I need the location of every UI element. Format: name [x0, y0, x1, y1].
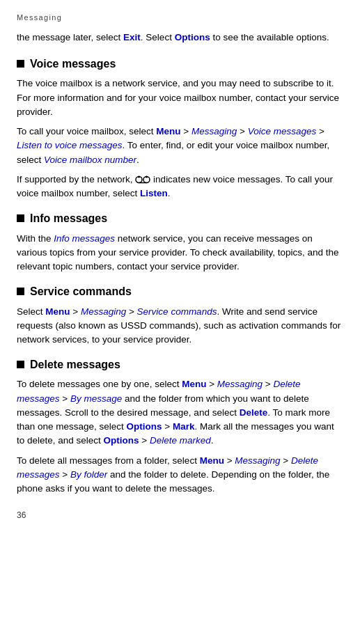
del-p1-mark: Mark	[173, 421, 195, 432]
options-link: Options	[175, 32, 210, 42]
del-p1-bymsg: By message	[70, 393, 122, 404]
del-p2-menu: Menu	[200, 455, 224, 466]
section-heading-voice: Voice messages	[17, 56, 343, 72]
del-p2-byfolder: By folder	[70, 469, 107, 480]
voice-p2-t1: To call your voice mailbox, select	[17, 126, 156, 136]
voice-p2-menu: Menu	[156, 126, 180, 136]
del-p1-t1: To delete messages one by one, select	[17, 379, 182, 389]
page-number: 36	[17, 510, 343, 521]
del-p2-messaging: Messaging	[235, 455, 280, 466]
del-p2-t1: To delete all messages from a folder, se…	[17, 455, 200, 466]
svc-p1-t2: >	[70, 306, 81, 317]
section-heading-delete: Delete messages	[17, 356, 343, 372]
del-p1-t7: >	[162, 421, 173, 432]
section-title-service: Service commands	[30, 283, 132, 299]
voicemail-icon	[135, 173, 150, 184]
svc-p1-t1: Select	[17, 306, 45, 317]
section-heading-info: Info messages	[17, 210, 343, 226]
voice-p2-t6: .	[136, 155, 139, 165]
del-p1-delmarked: Delete marked	[150, 435, 211, 446]
del-p1-t3: >	[263, 379, 273, 389]
section-title-voice: Voice messages	[30, 56, 116, 72]
del-p1-menu: Menu	[182, 379, 206, 389]
del-p2-t4: >	[60, 469, 70, 480]
intro-text-2: . Select	[141, 32, 175, 42]
section-bullet-voice	[17, 60, 24, 68]
info-p1-t1: With the	[17, 233, 54, 244]
voice-p3-t1: If supported by the network,	[17, 174, 135, 184]
del-p1-t10: .	[211, 435, 214, 446]
svc-p1-menu: Menu	[45, 306, 70, 317]
service-para-1: Select Menu > Messaging > Service comman…	[17, 305, 343, 347]
del-p1-options2: Options	[104, 435, 139, 446]
section-service-commands: Service commands Select Menu > Messaging…	[17, 283, 343, 347]
page-container: Messaging the message later, select Exit…	[0, 0, 360, 539]
section-delete-messages: Delete messages To delete messages one b…	[17, 356, 343, 496]
voice-p2-listen: Listen to voice messages	[17, 140, 123, 150]
voice-p2-voicemsg: Voice messages	[248, 126, 317, 136]
intro-text-3: to see the available options.	[210, 32, 329, 42]
section-bullet-service	[17, 288, 24, 295]
del-p1-t9: >	[139, 435, 150, 446]
section-title-delete: Delete messages	[30, 356, 120, 372]
del-p2-t3: >	[281, 455, 291, 466]
voice-p3-t3: .	[168, 188, 171, 198]
voice-p2-number: Voice mailbox number	[44, 155, 136, 165]
del-p1-t2: >	[206, 379, 217, 389]
svc-p1-svclink: Service commands	[137, 306, 217, 317]
del-p1-messaging: Messaging	[217, 379, 263, 389]
voice-p3-listen: Listen	[140, 188, 168, 198]
intro-paragraph: the message later, select Exit. Select O…	[17, 31, 343, 45]
section-bullet-info	[17, 214, 24, 222]
delete-para-1: To delete messages one by one, select Me…	[17, 377, 343, 448]
section-bullet-delete	[17, 361, 24, 368]
svc-p1-messaging: Messaging	[81, 306, 126, 317]
voice-p2-t4: >	[316, 126, 324, 136]
del-p1-delete: Delete	[240, 407, 268, 418]
exit-link: Exit	[123, 32, 141, 42]
intro-text-1: the message later, select	[17, 32, 123, 42]
voice-p2-messaging: Messaging	[191, 126, 237, 136]
section-title-info: Info messages	[30, 210, 107, 226]
voice-para-1: The voice mailbox is a network service, …	[17, 77, 343, 119]
voice-p2-t3: >	[237, 126, 247, 136]
info-p1-link: Info messages	[54, 233, 115, 244]
section-heading-service: Service commands	[17, 283, 343, 299]
del-p2-t2: >	[224, 455, 235, 466]
svc-p1-t3: >	[126, 306, 136, 317]
voice-p2-t2: >	[181, 126, 191, 136]
delete-para-2: To delete all messages from a folder, se…	[17, 454, 343, 496]
page-header: Messaging	[17, 13, 343, 24]
section-info-messages: Info messages With the Info messages net…	[17, 210, 343, 274]
del-p1-t4: >	[60, 393, 70, 404]
section-voice-messages: Voice messages The voice mailbox is a ne…	[17, 56, 343, 201]
voice-para-3: If supported by the network, indicates n…	[17, 173, 343, 201]
info-para-1: With the Info messages network service, …	[17, 232, 343, 274]
svg-point-3	[138, 176, 140, 178]
voice-para-2: To call your voice mailbox, select Menu …	[17, 125, 343, 167]
svg-point-4	[146, 176, 148, 178]
del-p1-options1: Options	[127, 421, 162, 432]
